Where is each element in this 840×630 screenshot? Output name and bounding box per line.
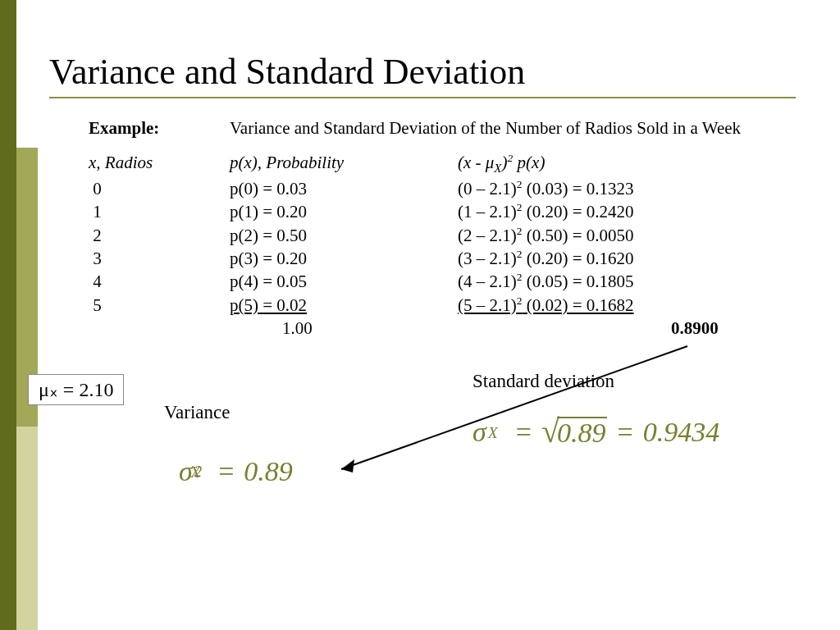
sd-eq2: = <box>617 417 632 448</box>
table-header: x, Radios p(x), Probability (x - μX)2 p(… <box>89 151 794 177</box>
sd-sub: X <box>488 423 498 442</box>
cell-calc: (0 – 2.1)2 (0.03) = 0.1323 <box>458 177 753 200</box>
sd-formula: σX = √0.89 = 0.9434 <box>472 417 719 448</box>
sqrt-icon: √0.89 <box>541 417 607 448</box>
example-label-text: Example <box>89 118 153 138</box>
table-row: 0p(0) = 0.03(0 – 2.1)2 (0.03) = 0.1323 <box>89 177 794 200</box>
cell-px: p(3) = 0.20 <box>230 247 458 270</box>
col3-mid: ) <box>502 153 508 172</box>
var-eq: = <box>218 456 234 487</box>
col-header-px: p(x), Probability <box>230 151 458 177</box>
data-table: x, Radios p(x), Probability (x - μX)2 p(… <box>89 151 794 340</box>
mean-box: μₓ = 2.10 <box>28 374 124 405</box>
accent-bar-light <box>16 427 38 630</box>
total-sumsq: 0.8900 <box>671 318 719 338</box>
col3-prefix: (x - <box>458 153 486 172</box>
cell-px: p(1) = 0.20 <box>230 200 458 223</box>
example-label: Example: <box>89 116 230 139</box>
col3-musub: X <box>494 162 501 176</box>
cell-calc: (1 – 2.1)2 (0.20) = 0.2420 <box>458 200 753 223</box>
totals-row: 1.00 0.8900 <box>89 317 794 340</box>
col-header-x: x, Radios <box>89 151 230 177</box>
content-area: Example: Variance and Standard Deviation… <box>89 116 794 340</box>
title-rule <box>49 97 796 98</box>
cell-calc: (2 – 2.1)2 (0.50) = 0.0050 <box>458 224 753 247</box>
cell-px: p(0) = 0.03 <box>230 177 458 200</box>
sd-label: Standard deviation <box>472 371 614 392</box>
sd-eq1: = <box>516 417 532 448</box>
col3-suffix: p(x) <box>513 153 545 172</box>
table-row: 5p(5) = 0.02(5 – 2.1)2 (0.02) = 0.1682 <box>89 294 794 317</box>
cell-x: 1 <box>89 200 230 223</box>
cell-x: 3 <box>89 247 230 270</box>
variance-label: Variance <box>164 402 230 423</box>
cell-x: 2 <box>89 224 230 247</box>
sd-value: 0.9434 <box>643 417 720 448</box>
cell-x: 5 <box>89 294 230 317</box>
example-description: Variance and Standard Deviation of the N… <box>230 116 746 139</box>
sd-rad: 0.89 <box>557 417 608 448</box>
table-row: 1p(1) = 0.20(1 – 2.1)2 (0.20) = 0.2420 <box>89 200 794 223</box>
cell-px: p(4) = 0.05 <box>230 270 458 293</box>
col-header-calc: (x - μX)2 p(x) <box>458 151 753 177</box>
cell-px: p(5) = 0.02 <box>230 294 458 317</box>
cell-calc: (5 – 2.1)2 (0.02) = 0.1682 <box>458 294 753 317</box>
sigma-icon: σ <box>472 417 486 448</box>
table-row: 2p(2) = 0.50(2 – 2.1)2 (0.50) = 0.0050 <box>89 224 794 247</box>
variance-formula: σ2X = 0.89 <box>179 456 293 487</box>
total-prob: 1.00 <box>282 318 313 338</box>
table-row: 4p(4) = 0.05(4 – 2.1)2 (0.05) = 0.1805 <box>89 270 794 293</box>
cell-x: 4 <box>89 270 230 293</box>
table-row: 3p(3) = 0.20(3 – 2.1)2 (0.20) = 0.1620 <box>89 247 794 270</box>
cell-x: 0 <box>89 177 230 200</box>
svg-line-0 <box>341 346 687 469</box>
cell-calc: (3 – 2.1)2 (0.20) = 0.1620 <box>458 247 753 270</box>
cell-px: p(2) = 0.50 <box>230 224 458 247</box>
slide: Variance and Standard Deviation Example:… <box>0 0 840 630</box>
svg-marker-1 <box>341 459 354 472</box>
var-sub: X <box>190 463 200 482</box>
var-value: 0.89 <box>244 456 293 487</box>
example-row: Example: Variance and Standard Deviation… <box>89 116 794 139</box>
page-title: Variance and Standard Deviation <box>49 51 525 93</box>
col3-mu: μ <box>486 153 495 172</box>
cell-calc: (4 – 2.1)2 (0.05) = 0.1805 <box>458 270 753 293</box>
accent-bar-dark <box>0 0 16 630</box>
